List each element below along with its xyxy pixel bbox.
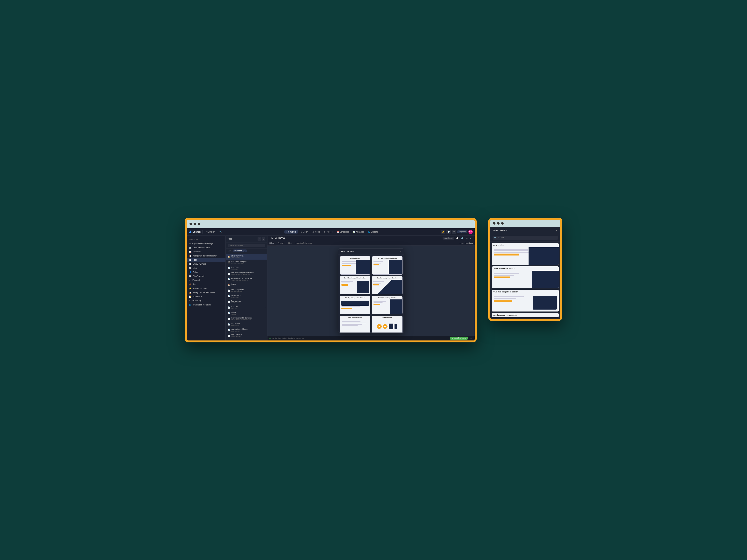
sidebar-item-overview[interactable]: 📄 Overview Page › <box>187 262 226 266</box>
editor-content-area: Select section ✕ Hero Section <box>267 246 475 336</box>
section-card-grid[interactable]: Grid Section <box>372 316 403 332</box>
traffic-light-yellow[interactable] <box>194 223 196 225</box>
page-item-home[interactable]: 🏠 Home home <box>226 282 267 288</box>
sidebar-item-kategorie[interactable]: 🏷 Kategorie › <box>187 278 226 282</box>
section-card-card-text-img[interactable]: Card Text Image Hero Section <box>340 276 370 294</box>
page-panel-actions: + … <box>258 237 265 241</box>
page-item-team[interactable]: 📄 Unser Team unser-team <box>226 293 267 299</box>
kategorie-arrow-icon: › <box>223 279 223 281</box>
section-card-two-col[interactable]: Two-Column Hero Section <box>372 256 403 274</box>
sidebar-item-categories[interactable]: 📋 Kategorien der Inhaltsseiten <box>187 254 226 258</box>
more-options-button[interactable]: … <box>262 237 265 241</box>
notifications-icon[interactable]: 🔔 <box>441 230 445 234</box>
settings-icon[interactable]: ⚙ <box>452 230 456 234</box>
close-content-icon[interactable]: ✕ <box>469 237 472 240</box>
traffic-light-green[interactable] <box>198 223 200 225</box>
tab-editor[interactable]: Editor <box>267 241 276 245</box>
page-sub-panel: Alle Deutsch Page <box>226 249 267 253</box>
page-item-bewerber[interactable]: 📄 Informationen für Bewerber information… <box>226 316 267 322</box>
sidebar-item-blog-template[interactable]: 📰 Blog Template › <box>187 274 226 278</box>
blog-template-arrow-icon: › <box>223 275 223 277</box>
overlap-preview <box>340 299 370 314</box>
categories-icon: 📋 <box>189 255 191 257</box>
page-item-uber-curatax[interactable]: 🏠 Über CURATAX uber-curatax <box>226 254 267 260</box>
small-modal-close[interactable]: ✕ <box>556 229 558 232</box>
small-window: Select section ✕ 🔍 Search Hero Section <box>488 218 562 321</box>
traffic-light-red-sm[interactable] <box>493 222 495 224</box>
status-more-button[interactable]: … <box>469 337 473 339</box>
sidebar-item-page[interactable]: 📄 Page › <box>187 258 226 262</box>
two-col-preview <box>372 260 402 274</box>
section-card-text-block[interactable]: Text Block Section <box>340 316 370 332</box>
tab-preview[interactable]: Preview <box>276 241 286 245</box>
small-section-card-text-img[interactable]: Card Text Image Hero Section <box>492 290 559 312</box>
sidebar-item-job[interactable]: 💼 Job › <box>187 282 226 287</box>
comment-icon[interactable]: 💬 <box>456 237 459 240</box>
sidebar-item-author[interactable]: 👤 Author › <box>187 270 226 274</box>
page-sub-alle[interactable]: Alle <box>227 249 232 252</box>
sidebar-item-mediatag[interactable]: 🏷 Media Tag › <box>187 299 226 303</box>
formulare-icon: 📝 <box>189 296 191 298</box>
aufgaben-button[interactable]: Aufgaben <box>457 231 467 233</box>
page-item-datenschutz[interactable]: 📄 Datenschutzerklärung datenschutz <box>226 327 267 333</box>
home-icon: 🏠 <box>228 284 230 286</box>
settings-sidebar-icon: ⚙ <box>189 242 191 245</box>
small-section-two-col[interactable]: Two-Column Hero Section <box>492 266 559 288</box>
section-card-block-text[interactable]: Block Text Image Section <box>372 296 403 314</box>
erstellen-button[interactable]: + Erstellen <box>205 231 216 233</box>
page-search-input[interactable] <box>228 244 265 247</box>
sidebar-item-form-categories[interactable]: 📋 Kategorien der Formulare › <box>187 291 226 295</box>
sidebar-item-analytics[interactable]: 📊 Analytics <box>187 250 226 254</box>
website-icon: 🌐 <box>368 231 370 233</box>
small-search-box[interactable]: 🔍 Search <box>493 236 558 240</box>
published-text: Veröffentlicht 11. Juli <box>272 337 287 339</box>
page-item-stellen[interactable]: 📄 Stellenangebote stellenangebote <box>226 288 267 293</box>
page-item-fileinput[interactable]: 📄 Test file input test-file-input › <box>226 299 267 305</box>
expand-icon[interactable]: ⊞ <box>465 237 468 240</box>
share-icon[interactable]: 🔗 <box>460 237 464 240</box>
sidebar-item-translation[interactable]: 🌐 Translation metadata › <box>187 303 226 307</box>
traffic-light-yellow-sm[interactable] <box>497 222 499 224</box>
tab-website[interactable]: 🌐 Website <box>366 230 380 234</box>
sidebar-item-formulare[interactable]: 📝 Formulare › <box>187 295 226 299</box>
section-card-overlap[interactable]: Overlap Image Hero Section <box>340 296 370 314</box>
sidebar-item-company[interactable]: 🏢 Unternehmensprofil <box>187 246 226 250</box>
translations-button[interactable]: Translations <box>442 237 455 240</box>
sidebar-item-settings[interactable]: ⚙ Allgemeine Einstellungen <box>187 241 226 246</box>
tab-videos[interactable]: ▶ Videos <box>323 230 334 234</box>
tab-schedules[interactable]: 📅 Schedules <box>335 230 350 234</box>
page-item-mux[interactable]: 📄 Test Mux test-mux › <box>226 305 267 310</box>
tab-analytics[interactable]: 📊 Analytics <box>352 230 365 234</box>
tab-vision[interactable]: ◎ Vision <box>299 230 310 234</box>
select-section-close[interactable]: ✕ <box>400 250 402 253</box>
search-button[interactable]: 🔍 <box>218 231 223 233</box>
clock-icon[interactable]: 🕐 <box>446 230 451 234</box>
page-item-metadata[interactable]: 📄 Test Metadata test-metadata <box>226 333 267 339</box>
publish-button[interactable]: ✓ Veröffentlichen <box>450 337 468 340</box>
page-item-kontakt[interactable]: 📄 Kontakt kontakt <box>226 310 267 316</box>
tab-media[interactable]: 🖼 Media <box>311 230 322 234</box>
add-page-button[interactable]: + <box>258 237 261 241</box>
traffic-light-green-sm[interactable] <box>501 222 504 224</box>
page-sub-deutsch[interactable]: Deutsch Page <box>233 249 247 252</box>
small-section-hero[interactable]: Hero Section <box>492 243 559 265</box>
user-avatar[interactable]: BC <box>468 230 473 234</box>
video-page-icon: 🎬 <box>228 261 230 264</box>
page-item-impressum[interactable]: 📄 Impressum impressum <box>226 322 267 327</box>
revision-dropdown[interactable]: Letzte Revision ▾ <box>458 241 475 245</box>
card-text-img-preview <box>340 279 370 294</box>
page-item-main-image[interactable]: 📄 Test main image transformati... test-m… <box>226 271 267 276</box>
page-arrow-icon: › <box>223 259 223 261</box>
traffic-light-red[interactable] <box>189 223 192 225</box>
tab-incoming[interactable]: Incoming References <box>294 241 314 245</box>
page-item-arbeiten[interactable]: 📄 Arbeiten bei der CURATAX arbeiten-bei-… <box>226 276 267 282</box>
small-section-overlay[interactable]: Overlay Image Hero Section <box>492 313 559 317</box>
tab-seo[interactable]: SEO <box>286 241 294 245</box>
sidebar-item-kundenstimmen[interactable]: ⭐ Kundenstimmen › <box>187 287 226 291</box>
section-card-overlay[interactable]: Overlay Image Hero Section <box>372 276 403 294</box>
page-item-video[interactable]: 🎬 Test Video Autoplay test-video-autopla… <box>226 260 267 265</box>
section-card-hero[interactable]: Hero Section <box>340 256 370 274</box>
page-item-test[interactable]: 📄 Test Page test-page <box>226 265 267 271</box>
sidebar-item-blog[interactable]: 📰 Blog › <box>187 266 226 270</box>
tab-structure[interactable]: ⊞ Structure <box>284 230 298 234</box>
